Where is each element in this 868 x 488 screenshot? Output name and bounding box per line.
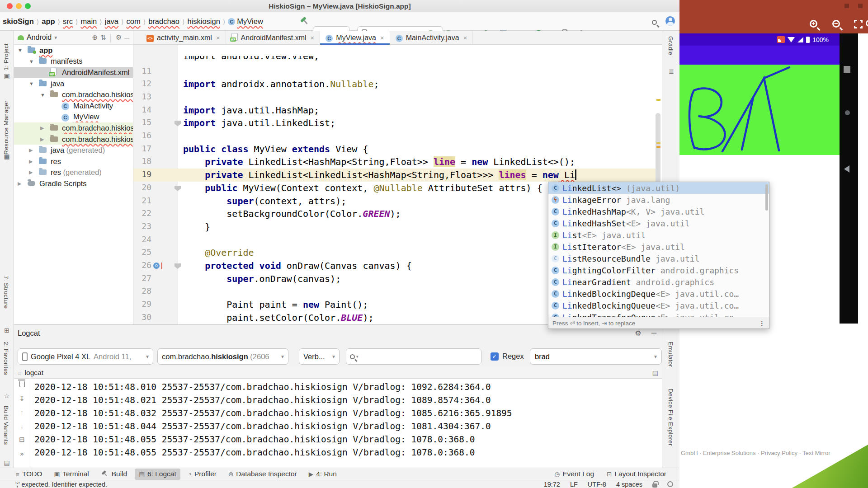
completion-item-LinearGradient[interactable]: CLinearGradient android.graphics (548, 276, 769, 288)
completion-item-LinkedHashMap[interactable]: CLinkedHashMap<K, V> java.util (548, 206, 769, 217)
expanded-arrow-icon[interactable]: ▼ (40, 92, 45, 98)
tree-item-com-bradchao-hiskios[interactable]: ▼com.bradchao.hiskios (14, 89, 133, 100)
lightbulb-icon[interactable] (866, 20, 868, 28)
toolwindow-button-Layout-Inspector[interactable]: ⊡Layout Inspector (603, 469, 670, 479)
completion-item-LinkedHashSet[interactable]: CLinkedHashSet<E> java.util (548, 217, 769, 229)
log-level-dropdown[interactable]: Verb... ▾ (299, 348, 340, 365)
sidebar-gradle[interactable]: Gradle (667, 36, 674, 65)
code-line-13[interactable] (178, 91, 656, 104)
toolwindow-button-Event-Log[interactable]: ◷Event Log (550, 469, 598, 479)
tab-MainActivity.java[interactable]: CMainActivity.java× (390, 31, 473, 45)
tab-AndroidManifest.xml[interactable]: AndroidManifest.xml× (226, 31, 321, 45)
sidebar-emulator[interactable]: Emulator (667, 342, 674, 380)
up-stack-trace-icon[interactable]: ↑ (20, 408, 24, 416)
completion-item-LinkedList[interactable]: CLinkedList<> (java.util) (548, 182, 769, 194)
completion-item-ListIterator[interactable]: IListIterator<E> java.util (548, 241, 769, 253)
caret-position[interactable]: 19:72 (544, 481, 560, 488)
breadcrumb-item-com[interactable]: com (127, 17, 141, 26)
sidebar-device-file-explorer[interactable]: Device File Explorer (667, 389, 674, 465)
tree-item-app[interactable]: ▼app (14, 45, 133, 56)
sidebar-resource-manager[interactable]: Resource Manager (3, 91, 9, 155)
breadcrumb-item-skioSign[interactable]: skioSign (3, 17, 34, 26)
expanded-arrow-icon[interactable]: ▼ (29, 59, 34, 64)
breadcrumb-item-src[interactable]: src (63, 17, 73, 26)
profile-avatar[interactable] (665, 16, 675, 28)
override-method-icon[interactable]: o (153, 263, 160, 269)
toolwindow-button-Terminal[interactable]: ▣Terminal (50, 469, 93, 480)
project-view-mode-dropdown[interactable]: Android (27, 33, 52, 42)
sidebar-favorites[interactable]: 2: Favorites (3, 342, 9, 389)
hide-panel-icon[interactable]: ─ (651, 329, 656, 338)
sidebar-project[interactable]: 1: Project (3, 33, 9, 70)
zoom-in-icon[interactable]: + (810, 20, 817, 29)
warning-stripe-mark[interactable] (656, 99, 660, 101)
code-line-18[interactable]: private LinkedList<HashMap<String,Float>… (178, 155, 656, 169)
clear-logcat-icon[interactable] (19, 381, 25, 389)
regex-checkbox[interactable]: ✓ (491, 352, 499, 361)
close-tab-icon[interactable]: × (380, 34, 384, 42)
collapsed-arrow-icon[interactable]: ▶ (40, 136, 44, 142)
window-control-icon[interactable] (844, 4, 849, 8)
completion-item-LightingColorFilter[interactable]: CLightingColorFilter android.graphics (548, 264, 769, 276)
sidebar-structure[interactable]: 7: Structure (3, 276, 9, 323)
warning-stripe-mark[interactable] (656, 142, 660, 144)
collapsed-arrow-icon[interactable]: ▶ (29, 159, 33, 164)
file-encoding[interactable]: UTF-8 (588, 481, 606, 488)
toolwindow-button-Build[interactable]: Build (97, 469, 131, 480)
completion-item-LinkedBlockingDeque[interactable]: CLinkedBlockingDeque<E> java.util.co… (548, 288, 769, 300)
logcat-settings-icon[interactable]: ▤ (652, 369, 658, 376)
toolwindow-button-6-Logcat[interactable]: ▤6: Logcat (135, 469, 180, 480)
search-everywhere-icon[interactable] (652, 19, 657, 27)
breadcrumb-item-main[interactable]: main (81, 17, 97, 26)
code-line-17[interactable]: public class MyView extends View { (178, 143, 656, 156)
completion-item-LinkedBlockingQueue[interactable]: CLinkedBlockingQueue<E> java.util.co… (548, 300, 769, 311)
hide-panel-icon[interactable]: ─ (124, 34, 129, 42)
more-icon[interactable]: ⋮ (759, 319, 765, 327)
code-line-12[interactable]: import androidx.annotation.Nullable; (178, 78, 656, 91)
toolwindow-button-Profiler[interactable]: ◔Profiler (184, 469, 221, 480)
scroll-to-end-icon[interactable]: ↧ (19, 394, 25, 403)
gear-icon[interactable]: ⚙ (116, 33, 122, 42)
close-tab-icon[interactable]: × (311, 34, 315, 42)
hector-inspection-icon[interactable] (667, 481, 673, 487)
tree-item-com-bradchao-hiskios[interactable]: ▶com.bradchao.hiskios (14, 122, 133, 134)
tree-item-com-bradchao-hiskios[interactable]: ▶com.bradchao.hiskios (14, 134, 133, 145)
device-screen-canvas[interactable] (679, 65, 840, 155)
tree-item-java[interactable]: ▼java (14, 78, 133, 89)
code-line-15[interactable]: import java.util.LinkedList; (178, 117, 656, 130)
indent-setting[interactable]: 4 spaces (616, 481, 642, 488)
fullscreen-icon[interactable] (854, 20, 863, 30)
warning-stripe-mark[interactable] (656, 146, 660, 148)
line-ending[interactable]: LF (570, 481, 578, 488)
code-line-19[interactable]: private LinkedList<LinkedList<HashMap<St… (178, 169, 656, 182)
tree-item-MainActivity[interactable]: CMainActivity (14, 100, 133, 112)
tree-item-manifests[interactable]: ▼manifests (14, 56, 133, 67)
window-control-icon[interactable] (858, 4, 863, 8)
code-line-10[interactable]: import android.view.View; (178, 56, 656, 61)
collapsed-arrow-icon[interactable]: ▶ (40, 125, 44, 131)
zoom-out-icon[interactable]: − (832, 20, 840, 29)
completion-item-ListResourceBundle[interactable]: CListResourceBundle java.util (548, 253, 769, 264)
tree-item-AndroidManifest-xml[interactable]: AndroidManifest.xml (14, 67, 133, 78)
tab-MyView.java[interactable]: CMyView.java× (320, 31, 390, 45)
breadcrumb-item-app[interactable]: app (42, 17, 55, 26)
build-hammer-icon[interactable] (301, 17, 309, 27)
collapsed-arrow-icon[interactable]: ▶ (29, 169, 33, 175)
locate-file-icon[interactable]: ⊕ (92, 33, 98, 42)
logcat-device-dropdown[interactable]: Google Pixel 4 XL Android 11, ▾ (18, 348, 153, 365)
toolwindow-button-Database-Inspector[interactable]: ⊜Database Inspector (224, 469, 301, 480)
logcat-process-dropdown[interactable]: com.bradchao.hiskiosign (2606 ▾ (157, 348, 288, 365)
expanded-arrow-icon[interactable]: ▼ (18, 47, 23, 53)
completion-item-List[interactable]: IList<E> java.util (548, 229, 769, 241)
completion-item-LinkageError[interactable]: ϟLinkageError java.lang (548, 194, 769, 206)
popup-scrollbar[interactable] (765, 184, 768, 211)
more-icon[interactable]: » (20, 450, 24, 457)
tree-item-Gradle-Scripts[interactable]: ▶Gradle Scripts (14, 178, 133, 189)
close-tab-icon[interactable]: × (463, 34, 467, 42)
breadcrumb-item-java[interactable]: java (105, 17, 118, 26)
code-line-14[interactable]: import java.util.HashMap; (178, 104, 656, 117)
down-stack-trace-icon[interactable]: ↓ (20, 422, 24, 430)
read-write-lock-icon[interactable] (652, 483, 657, 488)
logcat-filter-dropdown[interactable]: brad ▾ (530, 348, 662, 365)
tree-item-java[interactable]: ▶java (generated) (14, 145, 133, 156)
